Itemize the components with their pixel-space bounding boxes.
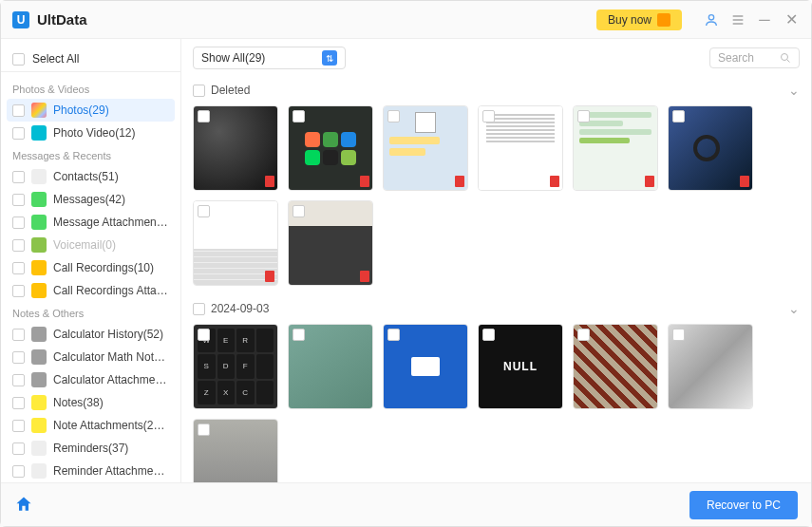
- thumbnail[interactable]: [668, 105, 753, 191]
- sidebar-item[interactable]: Voicemail(0): [1, 234, 180, 256]
- group-title: 2024-09-03: [211, 302, 269, 315]
- ic-att-icon: [31, 215, 47, 230]
- section-header: Photos & Videos: [1, 78, 180, 99]
- thumbnail[interactable]: [668, 324, 753, 409]
- checkbox[interactable]: [12, 239, 25, 252]
- sidebar-item[interactable]: Contacts(51): [1, 165, 180, 188]
- home-icon[interactable]: [14, 495, 35, 516]
- checkbox[interactable]: [12, 442, 25, 455]
- checkbox[interactable]: [198, 329, 210, 341]
- checkbox[interactable]: [12, 285, 25, 297]
- app-logo: U: [12, 11, 29, 28]
- sidebar-item[interactable]: Reminder Attachments(27): [1, 460, 180, 482]
- checkbox[interactable]: [198, 423, 210, 436]
- checkbox[interactable]: [387, 110, 400, 122]
- checkbox[interactable]: [12, 420, 25, 432]
- chevron-down-icon[interactable]: ⌄: [788, 83, 800, 98]
- chevron-down-icon[interactable]: ⌄: [788, 301, 800, 316]
- thumbnail[interactable]: [288, 105, 373, 191]
- checkbox[interactable]: [12, 104, 25, 117]
- sidebar-item[interactable]: Call Recordings Attachment...: [1, 279, 180, 302]
- checkbox[interactable]: [293, 205, 305, 217]
- toolbar: Show All(29) ⇅ Search: [181, 39, 811, 77]
- sidebar-item[interactable]: Calculator Attachments(30): [1, 368, 180, 391]
- search-placeholder: Search: [718, 51, 754, 65]
- sidebar-item[interactable]: Calculator History(52): [1, 323, 180, 346]
- sidebar-item[interactable]: Messages(42): [1, 188, 180, 211]
- user-icon[interactable]: [703, 11, 720, 28]
- thumbnail[interactable]: [478, 105, 563, 191]
- buy-now-button[interactable]: Buy now: [596, 9, 682, 30]
- checkbox[interactable]: [193, 85, 205, 97]
- sidebar-item-label: Call Recordings Attachment...: [53, 284, 169, 297]
- checkbox[interactable]: [293, 329, 305, 341]
- ic-notes-icon: [31, 418, 47, 433]
- thumbnail[interactable]: [193, 105, 278, 191]
- thumbnail[interactable]: WERSDFZXC: [193, 324, 278, 409]
- select-all-checkbox[interactable]: [12, 53, 25, 66]
- thumbnail[interactable]: [573, 324, 658, 409]
- thumbnail[interactable]: NULL: [478, 324, 563, 409]
- sidebar-item-label: Photos(29): [53, 104, 169, 117]
- checkbox[interactable]: [293, 110, 305, 122]
- checkbox[interactable]: [12, 465, 25, 478]
- app-name: UltData: [37, 11, 87, 28]
- select-all-row[interactable]: Select All: [1, 47, 180, 72]
- content-area: Select All Photos & VideosPhotos(29)Phot…: [1, 39, 811, 482]
- svg-point-4: [782, 54, 788, 61]
- checkbox[interactable]: [672, 329, 685, 341]
- sidebar-item-label: Calculator Attachments(30): [53, 373, 169, 386]
- thumbnail-scroll[interactable]: Deleted⌄2024-09-03⌄WERSDFZXCNULL: [181, 77, 811, 482]
- sidebar-item[interactable]: Call Recordings(10): [1, 256, 180, 279]
- sidebar-item[interactable]: Note Attachments(211): [1, 414, 180, 437]
- checkbox[interactable]: [12, 351, 25, 364]
- checkbox[interactable]: [12, 194, 25, 206]
- checkbox[interactable]: [198, 110, 210, 122]
- minimize-icon[interactable]: ─: [756, 11, 773, 28]
- checkbox[interactable]: [387, 329, 400, 341]
- cart-icon: [657, 13, 670, 27]
- recover-button[interactable]: Recover to PC: [689, 491, 798, 519]
- checkbox[interactable]: [482, 329, 495, 341]
- thumbnail[interactable]: [288, 200, 373, 286]
- ic-calc-icon: [31, 327, 47, 342]
- checkbox[interactable]: [577, 329, 590, 341]
- thumbnail[interactable]: [383, 324, 468, 409]
- sidebar-item-label: Voicemail(0): [53, 238, 169, 252]
- checkbox[interactable]: [12, 397, 25, 409]
- search-input[interactable]: Search: [709, 47, 800, 68]
- checkbox[interactable]: [12, 216, 25, 229]
- footer: Recover to PC: [1, 482, 811, 526]
- chevron-down-icon: ⇅: [322, 50, 337, 66]
- checkbox[interactable]: [193, 303, 205, 315]
- checkbox[interactable]: [198, 205, 210, 217]
- group-header[interactable]: 2024-09-03⌄: [193, 295, 800, 322]
- thumbnail[interactable]: [193, 200, 278, 286]
- sidebar-item[interactable]: Notes(38): [1, 391, 180, 414]
- checkbox[interactable]: [12, 127, 25, 140]
- sidebar-item[interactable]: Photos(29): [7, 99, 175, 122]
- sidebar-item[interactable]: Calculator Math Notes(6): [1, 346, 180, 368]
- ic-video-icon: [31, 125, 47, 141]
- ic-calc-icon: [31, 349, 47, 365]
- sidebar-item-label: Messages(42): [53, 193, 169, 206]
- thumbnail[interactable]: [193, 419, 278, 482]
- checkbox[interactable]: [482, 110, 495, 122]
- checkbox[interactable]: [12, 329, 25, 341]
- checkbox[interactable]: [12, 262, 25, 274]
- sidebar-item[interactable]: Photo Video(12): [1, 122, 180, 144]
- checkbox[interactable]: [12, 171, 25, 183]
- checkbox[interactable]: [672, 110, 685, 122]
- menu-icon[interactable]: [729, 11, 746, 28]
- checkbox[interactable]: [577, 110, 590, 122]
- thumbnail[interactable]: [288, 324, 373, 409]
- thumbnail[interactable]: [573, 105, 658, 191]
- thumbnail[interactable]: [383, 105, 468, 191]
- close-icon[interactable]: ✕: [783, 11, 800, 28]
- filter-dropdown[interactable]: Show All(29) ⇅: [193, 47, 346, 69]
- sidebar-item[interactable]: Message Attachments(16): [1, 211, 180, 234]
- checkbox[interactable]: [12, 374, 25, 386]
- group-header[interactable]: Deleted⌄: [193, 77, 800, 104]
- sidebar-item[interactable]: Reminders(37): [1, 437, 180, 460]
- sidebar: Select All Photos & VideosPhotos(29)Phot…: [1, 39, 181, 482]
